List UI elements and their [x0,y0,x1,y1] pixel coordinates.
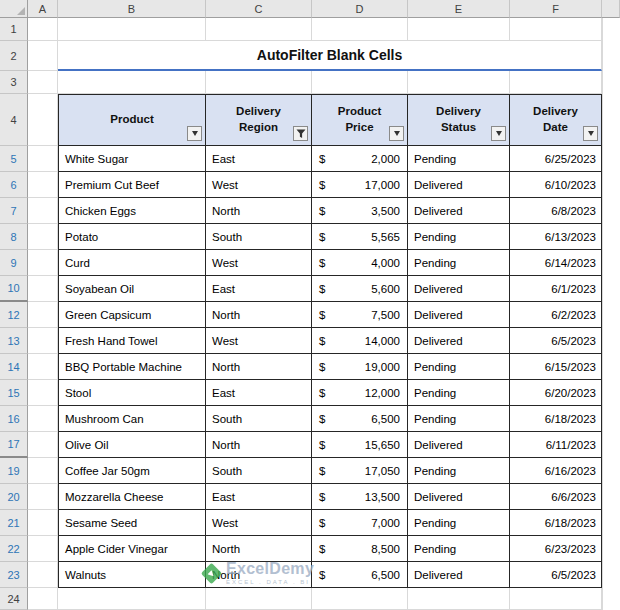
row-header-19[interactable]: 19 [0,458,28,484]
cell-price-row21[interactable]: $7,000 [312,510,408,536]
cell-product-row6[interactable]: Premium Cut Beef [58,172,206,198]
cell-e24[interactable] [408,588,510,610]
cell-price-row19[interactable]: $17,050 [312,458,408,484]
cell-a4[interactable] [28,94,58,146]
filter-dropdown-button-delivery-date[interactable] [583,126,598,141]
cell-region-row6[interactable]: West [206,172,312,198]
row-header-21[interactable]: 21 [0,510,28,536]
row-header-17[interactable]: 17 [0,432,28,458]
cell-status-row22[interactable]: Pending [408,536,510,562]
sheet-title-cell[interactable]: AutoFilter Blank Cells [58,41,602,71]
cell-status-row20[interactable]: Delivered [408,484,510,510]
cell-product-row5[interactable]: White Sugar [58,146,206,172]
column-header-d[interactable]: D [312,0,408,18]
cell-status-row17[interactable]: Delivered [408,432,510,458]
cell-date-row16[interactable]: 6/18/2023 [510,406,602,432]
cell-region-row13[interactable]: West [206,328,312,354]
cell-product-row14[interactable]: BBQ Portable Machine [58,354,206,380]
cell-date-row10[interactable]: 6/1/2023 [510,276,602,302]
row-header-13[interactable]: 13 [0,328,28,354]
cell-a3[interactable] [28,71,58,94]
cell-status-row19[interactable]: Pending [408,458,510,484]
cell-a10[interactable] [28,276,58,302]
table-header-delivery-region[interactable]: DeliveryRegion [206,94,312,146]
cell-price-row15[interactable]: $12,000 [312,380,408,406]
cell-date-row22[interactable]: 6/23/2023 [510,536,602,562]
cell-region-row7[interactable]: North [206,198,312,224]
cell-product-row19[interactable]: Coffee Jar 50gm [58,458,206,484]
select-all-corner[interactable] [0,0,28,18]
row-header-5[interactable]: 5 [0,146,28,172]
cell-region-row19[interactable]: South [206,458,312,484]
row-header-1[interactable]: 1 [0,18,28,41]
cell-price-row22[interactable]: $8,500 [312,536,408,562]
cell-product-row7[interactable]: Chicken Eggs [58,198,206,224]
cell-status-row13[interactable]: Delivered [408,328,510,354]
row-header-10[interactable]: 10 [0,276,28,302]
cell-price-row16[interactable]: $6,500 [312,406,408,432]
table-header-delivery-status[interactable]: DeliveryStatus [408,94,510,146]
row-header-22[interactable]: 22 [0,536,28,562]
cell-region-row10[interactable]: East [206,276,312,302]
cell-date-row13[interactable]: 6/5/2023 [510,328,602,354]
cell-region-row9[interactable]: West [206,250,312,276]
cell-status-row21[interactable]: Pending [408,510,510,536]
cell-price-row6[interactable]: $17,000 [312,172,408,198]
cell-price-row7[interactable]: $3,500 [312,198,408,224]
cell-status-row6[interactable]: Delivered [408,172,510,198]
cell-a15[interactable] [28,380,58,406]
cell-a13[interactable] [28,328,58,354]
cell-date-row7[interactable]: 6/8/2023 [510,198,602,224]
cell-date-row23[interactable]: 6/5/2023 [510,562,602,588]
cell-a17[interactable] [28,432,58,458]
cell-region-row12[interactable]: North [206,302,312,328]
cell-status-row12[interactable]: Delivered [408,302,510,328]
cell-status-row10[interactable]: Delivered [408,276,510,302]
cell-a1[interactable] [28,18,58,41]
cell-date-row9[interactable]: 6/14/2023 [510,250,602,276]
cell-b24[interactable] [58,588,206,610]
cell-product-row22[interactable]: Apple Cider Vinegar [58,536,206,562]
cell-product-row20[interactable]: Mozzarella Cheese [58,484,206,510]
cell-b1[interactable] [58,18,206,41]
cell-product-row8[interactable]: Potato [58,224,206,250]
filter-dropdown-button-delivery-status[interactable] [491,126,506,141]
cell-region-row8[interactable]: South [206,224,312,250]
cell-a2[interactable] [28,41,58,71]
cell-date-row17[interactable]: 6/11/2023 [510,432,602,458]
cell-product-row23[interactable]: Walnuts [58,562,206,588]
cell-price-row13[interactable]: $14,000 [312,328,408,354]
cell-status-row15[interactable]: Pending [408,380,510,406]
cell-a7[interactable] [28,198,58,224]
column-header-b[interactable]: B [58,0,206,18]
cell-date-row6[interactable]: 6/10/2023 [510,172,602,198]
row-header-4[interactable]: 4 [0,94,28,146]
row-header-7[interactable]: 7 [0,198,28,224]
cell-a22[interactable] [28,536,58,562]
table-header-product[interactable]: Product [58,94,206,146]
cell-price-row20[interactable]: $13,500 [312,484,408,510]
cell-price-row17[interactable]: $15,650 [312,432,408,458]
cell-region-row16[interactable]: South [206,406,312,432]
cell-status-row9[interactable]: Pending [408,250,510,276]
cell-product-row16[interactable]: Mushroom Can [58,406,206,432]
cell-product-row12[interactable]: Green Capsicum [58,302,206,328]
cell-f3[interactable] [510,71,602,94]
cell-c1[interactable] [206,18,312,41]
cell-date-row8[interactable]: 6/13/2023 [510,224,602,250]
row-header-24[interactable]: 24 [0,588,28,610]
column-header-c[interactable]: C [206,0,312,18]
filter-dropdown-button-product-price[interactable] [389,126,404,141]
cell-status-row8[interactable]: Pending [408,224,510,250]
cell-price-row8[interactable]: $5,565 [312,224,408,250]
row-header-15[interactable]: 15 [0,380,28,406]
cell-status-row16[interactable]: Pending [408,406,510,432]
cell-a5[interactable] [28,146,58,172]
cell-status-row5[interactable]: Pending [408,146,510,172]
cell-region-row5[interactable]: East [206,146,312,172]
cell-d24[interactable] [312,588,408,610]
column-header-f[interactable]: F [510,0,602,18]
filter-dropdown-button-product[interactable] [187,126,202,141]
cell-price-row9[interactable]: $4,000 [312,250,408,276]
cell-price-row12[interactable]: $7,500 [312,302,408,328]
